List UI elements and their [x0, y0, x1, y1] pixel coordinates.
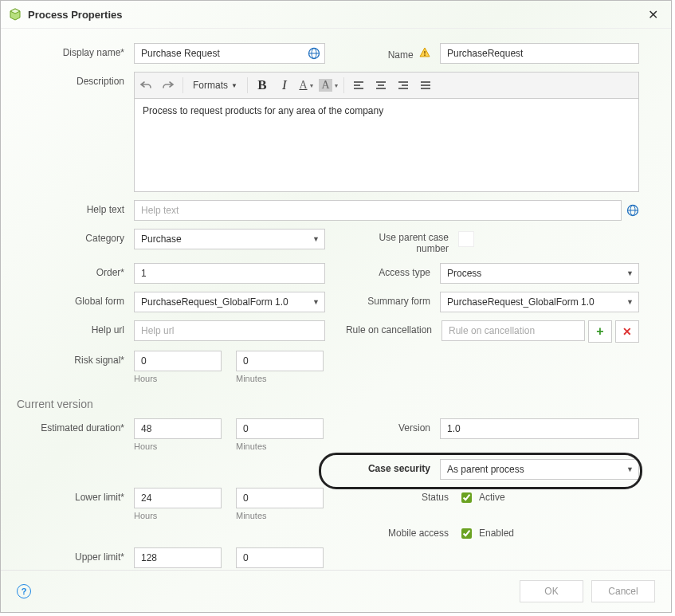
risk-minutes-input[interactable]	[236, 351, 324, 371]
status-text: Active	[479, 492, 505, 503]
case-security-select[interactable]: As parent process▼	[440, 459, 639, 480]
display-name-label: Display name*	[17, 43, 134, 58]
name-input[interactable]	[440, 43, 639, 64]
add-rule-button[interactable]: +	[588, 320, 612, 343]
category-label: Category	[17, 229, 134, 244]
mobile-access-label: Mobile access	[345, 524, 458, 539]
align-left-button[interactable]	[347, 74, 370, 96]
align-right-button[interactable]	[392, 74, 414, 96]
editor-toolbar: Formats▼ B I A▼ A▼	[134, 72, 639, 99]
align-justify-button[interactable]	[414, 74, 437, 96]
est-minutes-input[interactable]	[236, 418, 324, 439]
lower-limit-label: Lower limit*	[17, 488, 134, 503]
rule-on-cancellation-input[interactable]	[441, 320, 585, 341]
delete-icon: ✕	[622, 325, 632, 338]
dialog-title: Process Properties	[28, 9, 643, 21]
version-input	[440, 418, 639, 439]
help-text-input[interactable]	[134, 200, 622, 221]
dialog-body: Display name* Name De	[1, 29, 671, 570]
status-checkbox[interactable]	[461, 492, 472, 503]
description-textarea[interactable]: Process to request products for any area…	[134, 99, 639, 192]
undo-button[interactable]	[135, 74, 157, 96]
minutes-unit: Minutes	[236, 374, 324, 383]
est-hours-input[interactable]	[134, 418, 222, 439]
risk-signal-label: Risk signal*	[17, 351, 134, 366]
upper-minutes-input[interactable]	[236, 547, 324, 568]
svg-point-4	[424, 54, 426, 56]
align-center-button[interactable]	[370, 74, 392, 96]
upper-hours-input[interactable]	[134, 547, 222, 568]
formats-dropdown[interactable]: Formats▼	[186, 74, 244, 96]
highlight-color-button[interactable]: A▼	[318, 74, 340, 96]
process-properties-dialog: Process Properties ✕ Display name* Name	[0, 0, 672, 613]
cancel-button[interactable]: Cancel	[591, 580, 655, 602]
use-parent-case-checkbox[interactable]	[458, 231, 474, 247]
italic-button[interactable]: I	[273, 74, 296, 96]
use-parent-case-label: Use parent case number	[345, 229, 458, 255]
status-label: Status	[345, 488, 458, 503]
help-text-label: Help text	[17, 200, 134, 215]
app-logo-icon	[9, 8, 22, 21]
lower-hours-input[interactable]	[134, 488, 222, 508]
delete-rule-button[interactable]: ✕	[615, 320, 639, 343]
access-type-select[interactable]: Process▼	[440, 263, 639, 284]
access-type-label: Access type	[327, 263, 440, 278]
global-form-label: Global form	[17, 292, 134, 307]
mobile-checkbox[interactable]	[461, 528, 472, 539]
current-version-header: Current version	[17, 398, 639, 410]
risk-hours-input[interactable]	[134, 351, 222, 371]
global-form-select[interactable]: PurchaseRequest_GlobalForm 1.0▼	[134, 292, 325, 312]
plus-icon: +	[596, 324, 603, 339]
summary-form-label: Summary form	[327, 292, 440, 307]
mobile-text: Enabled	[479, 528, 514, 539]
lower-minutes-input[interactable]	[236, 488, 324, 508]
titlebar: Process Properties ✕	[1, 1, 671, 29]
version-label: Version	[327, 418, 440, 434]
summary-form-select[interactable]: PurchaseRequest_GlobalForm 1.0▼	[440, 292, 639, 312]
close-button[interactable]: ✕	[643, 4, 663, 26]
rich-text-editor: Formats▼ B I A▼ A▼ Process to request pr…	[134, 72, 639, 192]
globe-icon[interactable]	[626, 204, 639, 217]
bold-button[interactable]: B	[251, 74, 273, 96]
help-button[interactable]: ?	[17, 584, 31, 598]
warning-icon	[419, 49, 430, 61]
globe-icon[interactable]	[308, 47, 320, 60]
description-label: Description	[17, 72, 134, 87]
rule-on-cancellation-label: Rule on cancellation	[328, 320, 441, 335]
dialog-footer: ? OK Cancel	[1, 570, 671, 612]
estimated-duration-label: Estimated duration*	[17, 418, 134, 434]
category-select[interactable]: Purchase▼	[134, 229, 325, 249]
name-label: Name	[327, 43, 440, 61]
upper-limit-label: Upper limit*	[17, 547, 134, 563]
case-security-label: Case security	[327, 459, 440, 474]
hours-unit: Hours	[134, 374, 222, 383]
order-label: Order*	[17, 263, 134, 278]
redo-button[interactable]	[157, 74, 179, 96]
help-url-label: Help url	[17, 320, 134, 335]
display-name-input[interactable]	[134, 43, 325, 64]
text-color-button[interactable]: A▼	[296, 74, 318, 96]
help-url-input[interactable]	[134, 320, 325, 341]
ok-button[interactable]: OK	[520, 580, 583, 602]
order-input[interactable]	[134, 263, 325, 284]
